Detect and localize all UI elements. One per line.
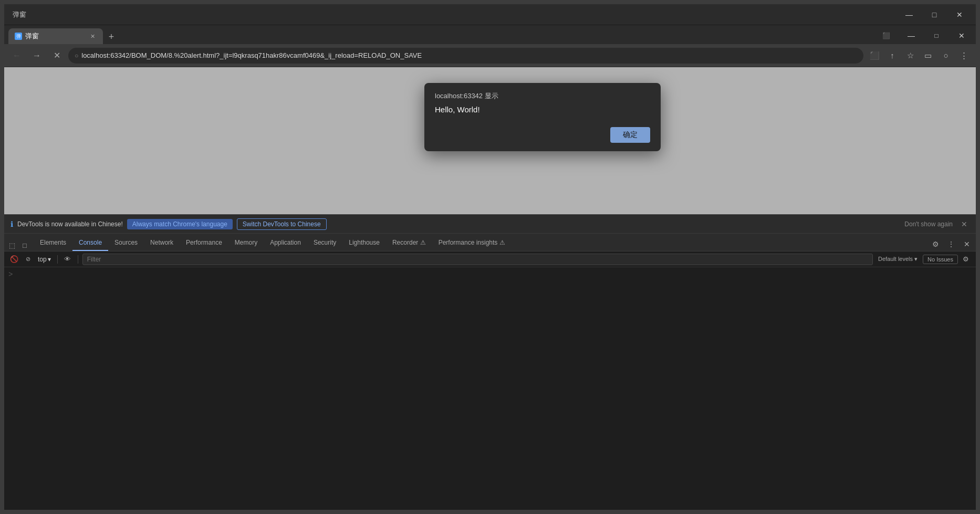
back-button[interactable]: ← [8, 47, 25, 64]
browser-content: localhost:63342 显示 Hello, World! 确定 [4, 67, 976, 214]
default-levels-button[interactable]: Default levels ▾ [875, 255, 921, 264]
always-match-button[interactable]: Always match Chrome's language [127, 219, 233, 229]
devtools-tabs-left: ⬚ □ Elements Console Sources Network [6, 235, 512, 251]
window-restore-button[interactable]: ⬛ [874, 27, 898, 44]
close-button[interactable]: ✕ [947, 6, 972, 23]
context-dropdown-arrow: ▾ [48, 256, 51, 263]
eye-button[interactable]: 👁 [62, 254, 74, 265]
url-text: localhost:63342/BOM_DOM/8.%20alert.html?… [81, 51, 857, 59]
toolbar-separator [57, 255, 58, 264]
tab-sources[interactable]: Sources [108, 235, 144, 251]
lock-icon: ○ [75, 52, 78, 59]
minimize-button[interactable]: — [897, 6, 921, 23]
tab-close-button[interactable]: ✕ [88, 32, 97, 40]
window-titlebar: 弹窗 — □ ✕ [4, 4, 976, 25]
tab-recorder[interactable]: Recorder ⚠ [386, 235, 432, 251]
toolbar-right: ⬛ ↑ ☆ ▭ ○ ⋮ [867, 48, 972, 64]
alert-footer: 确定 [435, 127, 650, 143]
tab-favicon: 弹 [15, 33, 22, 40]
tab-security[interactable]: Security [307, 235, 342, 251]
filter-toggle-button[interactable]: ⊘ [22, 254, 34, 265]
sidebar-btn[interactable]: ▭ [920, 48, 936, 64]
devtools-tabs: ⬚ □ Elements Console Sources Network [4, 234, 976, 251]
default-levels-label: Default levels ▾ [878, 256, 918, 263]
tab-performance-insights[interactable]: Performance insights ⚠ [432, 235, 512, 251]
share-btn[interactable]: ↑ [884, 48, 900, 64]
address-bar-row: ← → ✕ ○ localhost:63342/BOM_DOM/8.%20ale… [4, 44, 976, 67]
new-tab-button[interactable]: + [104, 29, 119, 44]
console-settings-button[interactable]: ⚙ [960, 254, 972, 265]
top-context-selector[interactable]: top ▾ [36, 255, 53, 264]
alert-overlay: localhost:63342 显示 Hello, World! 确定 [4, 67, 976, 214]
filter-input[interactable] [82, 254, 873, 265]
tab-performance[interactable]: Performance [180, 235, 228, 251]
bookmark-btn[interactable]: ☆ [902, 48, 918, 64]
devtools-notification-bar: ℹ DevTools is now available in Chinese! … [4, 215, 976, 234]
devtools-tabs-right: ⚙ ⋮ ✕ [929, 237, 974, 251]
devtools-panel: ℹ DevTools is now available in Chinese! … [4, 214, 976, 510]
alert-header: localhost:63342 显示 [435, 91, 650, 101]
tab-console[interactable]: Console [72, 235, 108, 251]
reload-button[interactable]: ✕ [48, 47, 65, 64]
tab-bar: 弹 弹窗 ✕ + ⬛ — □ ✕ [4, 25, 976, 44]
notification-close-button[interactable]: ✕ [959, 220, 969, 228]
tab-network[interactable]: Network [144, 235, 180, 251]
maximize-button[interactable]: □ [922, 6, 946, 23]
tab-lighthouse[interactable]: Lighthouse [342, 235, 386, 251]
alert-message: Hello, World! [435, 105, 650, 123]
notification-text: DevTools is now available in Chinese! [17, 221, 123, 228]
profile-btn[interactable]: ○ [938, 48, 954, 64]
switch-devtools-button[interactable]: Switch DevTools to Chinese [237, 218, 327, 230]
tab-application[interactable]: Application [264, 235, 307, 251]
forward-button[interactable]: → [28, 47, 45, 64]
devtools-settings-button[interactable]: ⚙ [929, 237, 942, 251]
window-minimize-button[interactable]: — [899, 27, 923, 44]
window-close-button[interactable]: ✕ [950, 27, 974, 44]
no-issues-button[interactable]: No Issues [923, 255, 958, 264]
info-icon: ℹ [11, 220, 13, 228]
inspect-element-button[interactable]: ⬚ [6, 239, 18, 251]
console-prompt-row[interactable]: > [8, 269, 972, 280]
tab-label: 弹窗 [25, 32, 39, 41]
tab-memory[interactable]: Memory [228, 235, 264, 251]
devtools-more-button[interactable]: ⋮ [944, 237, 958, 251]
console-area[interactable]: > [4, 267, 976, 510]
screenshot-btn[interactable]: ⬛ [867, 48, 882, 64]
more-btn[interactable]: ⋮ [956, 48, 972, 64]
console-arrow: > [8, 270, 13, 279]
toolbar-separator-2 [78, 255, 78, 264]
tab-window[interactable]: 弹 弹窗 ✕ [8, 28, 103, 44]
window-maximize-button[interactable]: □ [924, 27, 948, 44]
console-toolbar: 🚫 ⊘ top ▾ 👁 Default levels ▾ No Issues ⚙ [4, 251, 976, 267]
device-emulation-button[interactable]: □ [19, 239, 30, 251]
window-title: 弹窗 [13, 10, 26, 19]
alert-ok-button[interactable]: 确定 [610, 127, 650, 143]
top-label: top [38, 256, 47, 263]
tab-elements[interactable]: Elements [34, 235, 72, 251]
dont-show-again-button[interactable]: Don't show again [902, 219, 955, 229]
alert-dialog: localhost:63342 显示 Hello, World! 确定 [424, 83, 661, 151]
clear-console-button[interactable]: 🚫 [8, 254, 20, 265]
address-bar[interactable]: ○ localhost:63342/BOM_DOM/8.%20alert.htm… [68, 48, 863, 64]
devtools-close-button[interactable]: ✕ [960, 237, 974, 251]
